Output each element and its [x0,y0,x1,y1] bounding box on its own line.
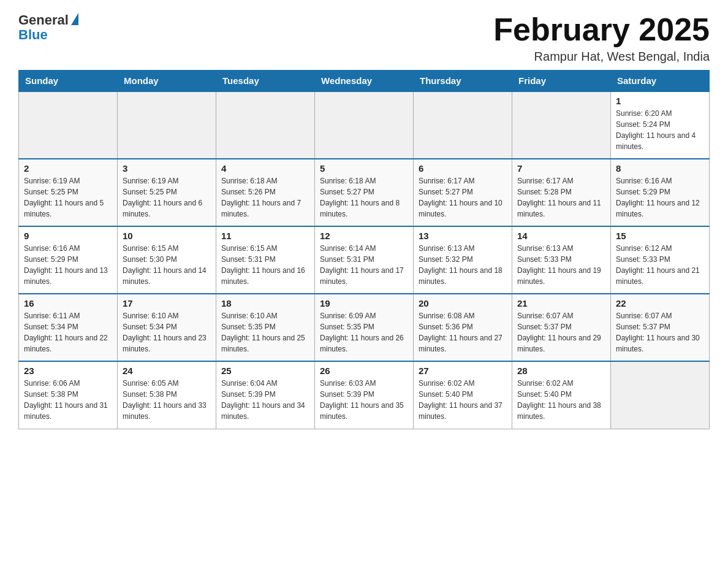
calendar-cell: 13Sunrise: 6:13 AMSunset: 5:32 PMDayligh… [414,226,512,294]
logo: General Blue [18,12,78,43]
day-number: 26 [320,366,408,376]
calendar-cell: 15Sunrise: 6:12 AMSunset: 5:33 PMDayligh… [611,226,710,294]
day-info: Sunrise: 6:17 AMSunset: 5:27 PMDaylight:… [419,175,507,220]
day-number: 8 [616,163,704,174]
day-number: 28 [517,366,605,376]
day-number: 27 [419,366,507,376]
day-info: Sunrise: 6:15 AMSunset: 5:31 PMDaylight:… [221,243,309,287]
calendar-cell: 16Sunrise: 6:11 AMSunset: 5:34 PMDayligh… [19,294,118,361]
title-area: February 2025 Rampur Hat, West Bengal, I… [493,12,710,64]
week-row-2: 2Sunrise: 6:19 AMSunset: 5:25 PMDaylight… [19,159,710,226]
day-number: 7 [517,163,605,174]
calendar-cell: 25Sunrise: 6:04 AMSunset: 5:39 PMDayligh… [216,361,315,429]
day-info: Sunrise: 6:05 AMSunset: 5:38 PMDaylight:… [123,378,211,422]
calendar-cell: 28Sunrise: 6:02 AMSunset: 5:40 PMDayligh… [512,361,611,429]
calendar-cell: 21Sunrise: 6:07 AMSunset: 5:37 PMDayligh… [512,294,611,361]
day-info: Sunrise: 6:15 AMSunset: 5:30 PMDaylight:… [123,243,211,287]
calendar-cell: 3Sunrise: 6:19 AMSunset: 5:25 PMDaylight… [118,159,216,226]
month-title: February 2025 [493,12,710,47]
week-row-1: 1Sunrise: 6:20 AMSunset: 5:24 PMDaylight… [19,91,710,159]
day-number: 24 [123,366,211,376]
day-number: 6 [419,163,507,174]
calendar-cell: 9Sunrise: 6:16 AMSunset: 5:29 PMDaylight… [19,226,118,294]
day-info: Sunrise: 6:19 AMSunset: 5:25 PMDaylight:… [24,175,112,220]
column-header-monday: Monday [118,71,216,92]
day-info: Sunrise: 6:07 AMSunset: 5:37 PMDaylight:… [616,310,704,354]
location-title: Rampur Hat, West Bengal, India [493,50,710,64]
day-number: 2 [24,163,112,174]
page-header: General Blue February 2025 Rampur Hat, W… [18,12,710,64]
day-number: 25 [221,366,309,376]
column-header-saturday: Saturday [611,71,710,92]
week-row-5: 23Sunrise: 6:06 AMSunset: 5:38 PMDayligh… [19,361,710,429]
day-number: 22 [616,298,704,308]
calendar-cell: 24Sunrise: 6:05 AMSunset: 5:38 PMDayligh… [118,361,216,429]
column-header-wednesday: Wednesday [315,71,414,92]
calendar-cell: 20Sunrise: 6:08 AMSunset: 5:36 PMDayligh… [414,294,512,361]
column-header-friday: Friday [512,71,611,92]
calendar-cell: 6Sunrise: 6:17 AMSunset: 5:27 PMDaylight… [414,159,512,226]
calendar-cell: 18Sunrise: 6:10 AMSunset: 5:35 PMDayligh… [216,294,315,361]
calendar-cell: 7Sunrise: 6:17 AMSunset: 5:28 PMDaylight… [512,159,611,226]
day-number: 17 [123,298,211,308]
day-info: Sunrise: 6:07 AMSunset: 5:37 PMDaylight:… [517,310,605,354]
day-number: 15 [616,231,704,241]
calendar-cell: 8Sunrise: 6:16 AMSunset: 5:29 PMDaylight… [611,159,710,226]
day-info: Sunrise: 6:18 AMSunset: 5:26 PMDaylight:… [221,175,309,220]
day-number: 19 [320,298,408,308]
calendar-cell: 1Sunrise: 6:20 AMSunset: 5:24 PMDaylight… [611,91,710,159]
day-info: Sunrise: 6:13 AMSunset: 5:33 PMDaylight:… [517,243,605,287]
day-info: Sunrise: 6:08 AMSunset: 5:36 PMDaylight:… [419,310,507,354]
day-info: Sunrise: 6:12 AMSunset: 5:33 PMDaylight:… [616,243,704,287]
calendar-cell: 11Sunrise: 6:15 AMSunset: 5:31 PMDayligh… [216,226,315,294]
day-number: 18 [221,298,309,308]
day-info: Sunrise: 6:16 AMSunset: 5:29 PMDaylight:… [616,175,704,220]
day-number: 20 [419,298,507,308]
day-info: Sunrise: 6:11 AMSunset: 5:34 PMDaylight:… [24,310,112,354]
day-info: Sunrise: 6:06 AMSunset: 5:38 PMDaylight:… [24,378,112,422]
day-number: 3 [123,163,211,174]
day-number: 23 [24,366,112,376]
calendar-cell: 14Sunrise: 6:13 AMSunset: 5:33 PMDayligh… [512,226,611,294]
day-info: Sunrise: 6:04 AMSunset: 5:39 PMDaylight:… [221,378,309,422]
column-header-sunday: Sunday [19,71,118,92]
calendar-cell: 12Sunrise: 6:14 AMSunset: 5:31 PMDayligh… [315,226,414,294]
day-info: Sunrise: 6:09 AMSunset: 5:35 PMDaylight:… [320,310,408,354]
day-info: Sunrise: 6:10 AMSunset: 5:35 PMDaylight:… [221,310,309,354]
day-number: 12 [320,231,408,241]
calendar-cell: 10Sunrise: 6:15 AMSunset: 5:30 PMDayligh… [118,226,216,294]
day-info: Sunrise: 6:13 AMSunset: 5:32 PMDaylight:… [419,243,507,287]
day-number: 4 [221,163,309,174]
week-row-4: 16Sunrise: 6:11 AMSunset: 5:34 PMDayligh… [19,294,710,361]
calendar-cell: 19Sunrise: 6:09 AMSunset: 5:35 PMDayligh… [315,294,414,361]
day-number: 16 [24,298,112,308]
calendar-cell [611,361,710,429]
day-number: 5 [320,163,408,174]
day-number: 1 [616,96,704,106]
day-number: 9 [24,231,112,241]
day-info: Sunrise: 6:03 AMSunset: 5:39 PMDaylight:… [320,378,408,422]
day-info: Sunrise: 6:19 AMSunset: 5:25 PMDaylight:… [123,175,211,220]
day-number: 13 [419,231,507,241]
calendar-cell [216,91,315,159]
calendar-cell [414,91,512,159]
day-number: 21 [517,298,605,308]
calendar-cell: 2Sunrise: 6:19 AMSunset: 5:25 PMDaylight… [19,159,118,226]
day-number: 11 [221,231,309,241]
day-number: 10 [123,231,211,241]
calendar-cell [315,91,414,159]
day-info: Sunrise: 6:14 AMSunset: 5:31 PMDaylight:… [320,243,408,287]
day-info: Sunrise: 6:17 AMSunset: 5:28 PMDaylight:… [517,175,605,220]
day-info: Sunrise: 6:20 AMSunset: 5:24 PMDaylight:… [616,108,704,152]
column-header-thursday: Thursday [414,71,512,92]
day-info: Sunrise: 6:16 AMSunset: 5:29 PMDaylight:… [24,243,112,287]
header-row: SundayMondayTuesdayWednesdayThursdayFrid… [19,71,710,92]
calendar-cell: 17Sunrise: 6:10 AMSunset: 5:34 PMDayligh… [118,294,216,361]
logo-blue-text: Blue [18,27,48,43]
day-info: Sunrise: 6:02 AMSunset: 5:40 PMDaylight:… [419,378,507,422]
calendar-cell: 4Sunrise: 6:18 AMSunset: 5:26 PMDaylight… [216,159,315,226]
calendar-cell: 5Sunrise: 6:18 AMSunset: 5:27 PMDaylight… [315,159,414,226]
week-row-3: 9Sunrise: 6:16 AMSunset: 5:29 PMDaylight… [19,226,710,294]
column-header-tuesday: Tuesday [216,71,315,92]
day-info: Sunrise: 6:18 AMSunset: 5:27 PMDaylight:… [320,175,408,220]
